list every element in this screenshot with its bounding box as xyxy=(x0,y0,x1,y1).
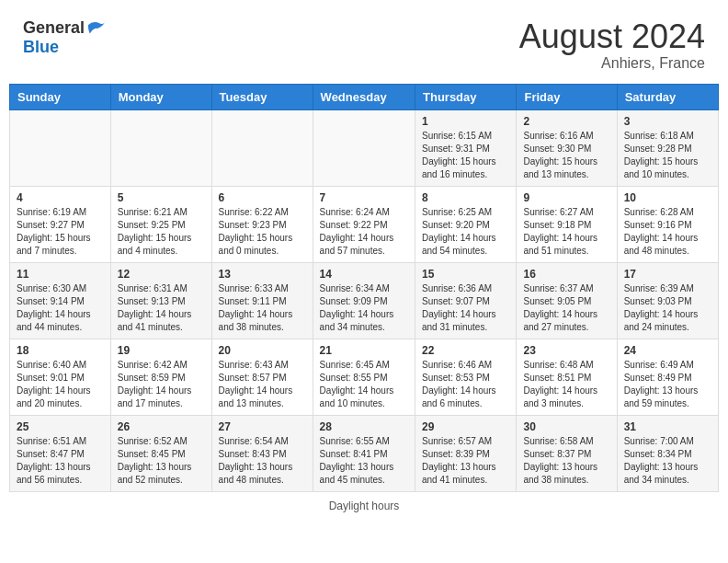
location-title: Anhiers, France xyxy=(519,55,705,72)
day-info: Sunrise: 6:45 AM Sunset: 8:55 PM Dayligh… xyxy=(320,359,408,410)
day-info: Sunrise: 6:27 AM Sunset: 9:18 PM Dayligh… xyxy=(523,206,609,258)
logo-text: General Blue xyxy=(23,18,107,57)
day-number: 30 xyxy=(523,420,609,433)
day-number: 4 xyxy=(17,191,104,204)
day-info: Sunrise: 6:42 AM Sunset: 8:59 PM Dayligh… xyxy=(118,359,205,410)
day-info: Sunrise: 6:40 AM Sunset: 9:01 PM Dayligh… xyxy=(17,359,104,410)
day-number: 31 xyxy=(624,420,711,433)
calendar-week-row: 18Sunrise: 6:40 AM Sunset: 9:01 PM Dayli… xyxy=(10,339,719,415)
day-number: 10 xyxy=(624,191,711,204)
calendar-cell: 23Sunrise: 6:48 AM Sunset: 8:51 PM Dayli… xyxy=(517,339,617,415)
calendar-cell: 18Sunrise: 6:40 AM Sunset: 9:01 PM Dayli… xyxy=(10,339,111,415)
day-number: 7 xyxy=(320,191,408,204)
calendar-cell: 9Sunrise: 6:27 AM Sunset: 9:18 PM Daylig… xyxy=(517,186,617,262)
calendar-cell: 31Sunrise: 7:00 AM Sunset: 8:34 PM Dayli… xyxy=(617,415,718,491)
calendar-cell: 3Sunrise: 6:18 AM Sunset: 9:28 PM Daylig… xyxy=(617,109,718,186)
calendar-cell xyxy=(211,109,313,186)
calendar-week-row: 11Sunrise: 6:30 AM Sunset: 9:14 PM Dayli… xyxy=(10,262,719,339)
day-info: Sunrise: 6:15 AM Sunset: 9:31 PM Dayligh… xyxy=(422,130,509,181)
day-number: 17 xyxy=(624,268,711,281)
day-number: 22 xyxy=(422,344,509,357)
day-number: 21 xyxy=(320,344,408,357)
day-info: Sunrise: 6:24 AM Sunset: 9:22 PM Dayligh… xyxy=(320,206,408,258)
day-info: Sunrise: 6:55 AM Sunset: 8:41 PM Dayligh… xyxy=(320,435,408,487)
calendar-cell xyxy=(110,109,211,186)
logo: General Blue xyxy=(23,18,107,57)
day-info: Sunrise: 6:51 AM Sunset: 8:47 PM Dayligh… xyxy=(17,435,104,487)
title-block: August 2024 Anhiers, France xyxy=(519,18,705,72)
day-info: Sunrise: 6:36 AM Sunset: 9:07 PM Dayligh… xyxy=(422,282,509,334)
calendar-cell: 12Sunrise: 6:31 AM Sunset: 9:13 PM Dayli… xyxy=(110,262,211,339)
day-info: Sunrise: 6:31 AM Sunset: 9:13 PM Dayligh… xyxy=(118,282,205,334)
day-number: 28 xyxy=(320,420,408,433)
day-number: 18 xyxy=(17,344,104,357)
column-header-thursday: Thursday xyxy=(415,84,517,109)
calendar-cell: 30Sunrise: 6:58 AM Sunset: 8:37 PM Dayli… xyxy=(517,415,617,491)
day-info: Sunrise: 6:28 AM Sunset: 9:16 PM Dayligh… xyxy=(624,206,711,258)
column-header-tuesday: Tuesday xyxy=(211,84,313,109)
day-number: 13 xyxy=(219,268,306,281)
day-number: 8 xyxy=(422,191,509,204)
calendar-cell: 1Sunrise: 6:15 AM Sunset: 9:31 PM Daylig… xyxy=(415,109,517,186)
calendar-cell: 8Sunrise: 6:25 AM Sunset: 9:20 PM Daylig… xyxy=(415,186,517,262)
page-header: General Blue August 2024 Anhiers, France xyxy=(9,9,719,76)
calendar-cell: 28Sunrise: 6:55 AM Sunset: 8:41 PM Dayli… xyxy=(313,415,415,491)
day-number: 23 xyxy=(523,344,609,357)
calendar-cell: 15Sunrise: 6:36 AM Sunset: 9:07 PM Dayli… xyxy=(415,262,517,339)
month-year-title: August 2024 xyxy=(519,18,705,55)
calendar-cell: 29Sunrise: 6:57 AM Sunset: 8:39 PM Dayli… xyxy=(415,415,517,491)
calendar-cell: 27Sunrise: 6:54 AM Sunset: 8:43 PM Dayli… xyxy=(211,415,313,491)
calendar-cell: 10Sunrise: 6:28 AM Sunset: 9:16 PM Dayli… xyxy=(617,186,718,262)
day-number: 5 xyxy=(118,191,205,204)
day-info: Sunrise: 6:18 AM Sunset: 9:28 PM Dayligh… xyxy=(624,130,711,181)
calendar-cell: 21Sunrise: 6:45 AM Sunset: 8:55 PM Dayli… xyxy=(313,339,415,415)
day-info: Sunrise: 7:00 AM Sunset: 8:34 PM Dayligh… xyxy=(624,435,711,487)
day-number: 25 xyxy=(17,420,104,433)
logo-bird-icon xyxy=(86,18,107,39)
calendar-table: SundayMondayTuesdayWednesdayThursdayFrid… xyxy=(9,84,719,492)
calendar-week-row: 4Sunrise: 6:19 AM Sunset: 9:27 PM Daylig… xyxy=(10,186,719,262)
calendar-cell: 22Sunrise: 6:46 AM Sunset: 8:53 PM Dayli… xyxy=(415,339,517,415)
day-number: 24 xyxy=(624,344,711,357)
day-number: 19 xyxy=(118,344,205,357)
day-number: 1 xyxy=(422,115,509,128)
day-info: Sunrise: 6:34 AM Sunset: 9:09 PM Dayligh… xyxy=(320,282,408,334)
day-info: Sunrise: 6:46 AM Sunset: 8:53 PM Dayligh… xyxy=(422,359,509,410)
column-header-monday: Monday xyxy=(110,84,211,109)
calendar-cell: 11Sunrise: 6:30 AM Sunset: 9:14 PM Dayli… xyxy=(10,262,111,339)
day-info: Sunrise: 6:19 AM Sunset: 9:27 PM Dayligh… xyxy=(17,206,104,258)
day-info: Sunrise: 6:37 AM Sunset: 9:05 PM Dayligh… xyxy=(523,282,609,334)
day-info: Sunrise: 6:33 AM Sunset: 9:11 PM Dayligh… xyxy=(219,282,306,334)
daylight-label: Daylight hours xyxy=(329,500,400,512)
column-header-sunday: Sunday xyxy=(10,84,111,109)
day-info: Sunrise: 6:49 AM Sunset: 8:49 PM Dayligh… xyxy=(624,359,711,410)
calendar-cell: 14Sunrise: 6:34 AM Sunset: 9:09 PM Dayli… xyxy=(313,262,415,339)
calendar-header-row: SundayMondayTuesdayWednesdayThursdayFrid… xyxy=(10,84,719,109)
calendar-cell: 4Sunrise: 6:19 AM Sunset: 9:27 PM Daylig… xyxy=(10,186,111,262)
day-number: 15 xyxy=(422,268,509,281)
day-number: 9 xyxy=(523,191,609,204)
day-number: 2 xyxy=(523,115,609,128)
day-number: 20 xyxy=(219,344,306,357)
calendar-footer: Daylight hours xyxy=(9,500,719,512)
calendar-cell: 6Sunrise: 6:22 AM Sunset: 9:23 PM Daylig… xyxy=(211,186,313,262)
day-info: Sunrise: 6:58 AM Sunset: 8:37 PM Dayligh… xyxy=(523,435,609,487)
column-header-saturday: Saturday xyxy=(617,84,718,109)
day-info: Sunrise: 6:25 AM Sunset: 9:20 PM Dayligh… xyxy=(422,206,509,258)
calendar-cell: 7Sunrise: 6:24 AM Sunset: 9:22 PM Daylig… xyxy=(313,186,415,262)
calendar-cell xyxy=(10,109,111,186)
day-number: 6 xyxy=(219,191,306,204)
day-info: Sunrise: 6:48 AM Sunset: 8:51 PM Dayligh… xyxy=(523,359,609,410)
day-number: 12 xyxy=(118,268,205,281)
calendar-cell: 26Sunrise: 6:52 AM Sunset: 8:45 PM Dayli… xyxy=(110,415,211,491)
day-info: Sunrise: 6:21 AM Sunset: 9:25 PM Dayligh… xyxy=(118,206,205,258)
calendar-week-row: 25Sunrise: 6:51 AM Sunset: 8:47 PM Dayli… xyxy=(10,415,719,491)
calendar-cell: 13Sunrise: 6:33 AM Sunset: 9:11 PM Dayli… xyxy=(211,262,313,339)
day-info: Sunrise: 6:52 AM Sunset: 8:45 PM Dayligh… xyxy=(118,435,205,487)
calendar-cell: 24Sunrise: 6:49 AM Sunset: 8:49 PM Dayli… xyxy=(617,339,718,415)
day-number: 26 xyxy=(118,420,205,433)
day-number: 3 xyxy=(624,115,711,128)
column-header-wednesday: Wednesday xyxy=(313,84,415,109)
day-info: Sunrise: 6:39 AM Sunset: 9:03 PM Dayligh… xyxy=(624,282,711,334)
calendar-cell: 17Sunrise: 6:39 AM Sunset: 9:03 PM Dayli… xyxy=(617,262,718,339)
